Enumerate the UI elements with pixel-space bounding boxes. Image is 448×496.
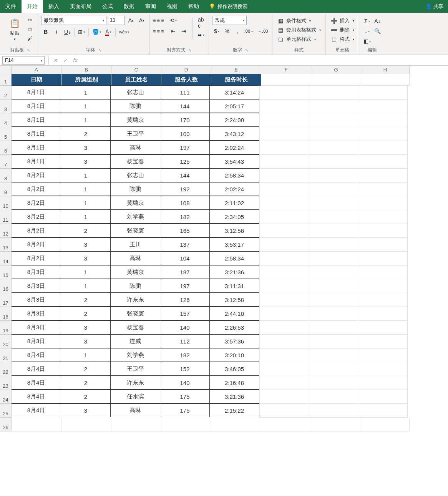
- cell[interactable]: [309, 86, 359, 100]
- cell[interactable]: [309, 252, 359, 265]
- cell-styles-button[interactable]: ▢单元格样式▾: [275, 35, 322, 43]
- cell[interactable]: [361, 74, 410, 86]
- cell[interactable]: [359, 127, 408, 141]
- tab-data[interactable]: 数据: [118, 0, 140, 13]
- cell[interactable]: 王卫平: [110, 362, 160, 376]
- cell[interactable]: [309, 238, 359, 252]
- cell[interactable]: 137: [160, 237, 210, 251]
- cell[interactable]: [309, 224, 359, 238]
- row-header[interactable]: 6: [0, 141, 12, 155]
- cell[interactable]: 8月4日: [11, 376, 61, 390]
- row-header[interactable]: 7: [0, 155, 12, 169]
- column-header[interactable]: G: [311, 66, 361, 74]
- cell[interactable]: [309, 335, 359, 348]
- accounting-format-button[interactable]: $▾: [212, 27, 221, 36]
- cell[interactable]: 高琳: [110, 403, 160, 417]
- cell[interactable]: 3: [61, 154, 111, 168]
- underline-button[interactable]: U▾: [63, 27, 72, 36]
- cell[interactable]: [261, 74, 311, 86]
- tab-file[interactable]: 文件: [0, 0, 22, 13]
- cell[interactable]: [211, 418, 261, 431]
- cell[interactable]: 1: [61, 99, 111, 113]
- align-bottom-button[interactable]: ≡: [161, 18, 164, 23]
- cell[interactable]: 8月3日: [11, 334, 61, 348]
- cell[interactable]: [359, 252, 408, 265]
- cell[interactable]: 8月1日: [11, 127, 61, 141]
- cell[interactable]: [359, 348, 408, 362]
- cell[interactable]: [359, 265, 408, 279]
- percent-button[interactable]: %: [222, 27, 232, 36]
- cell[interactable]: [359, 238, 408, 252]
- number-format-combo[interactable]: 常规 ▾: [212, 16, 247, 25]
- cell[interactable]: 2:34:05: [209, 210, 259, 224]
- cell[interactable]: 108: [160, 196, 210, 210]
- cell[interactable]: 连威: [110, 334, 160, 348]
- cell[interactable]: 张晓寰: [110, 224, 160, 237]
- cell[interactable]: 1: [61, 168, 111, 182]
- cell[interactable]: 3:57:36: [209, 334, 259, 348]
- cell[interactable]: 王川: [110, 237, 160, 251]
- cell[interactable]: [309, 127, 359, 141]
- align-top-button[interactable]: ≡: [153, 18, 156, 23]
- cell[interactable]: [111, 418, 161, 431]
- cell[interactable]: 3:43:12: [209, 127, 259, 141]
- cell[interactable]: 170: [160, 113, 210, 127]
- cell[interactable]: 182: [160, 348, 210, 362]
- wrap-text-button[interactable]: abc: [196, 17, 206, 28]
- cell[interactable]: 8月2日: [11, 224, 61, 237]
- cell[interactable]: [359, 155, 408, 169]
- cell[interactable]: 高琳: [110, 251, 160, 265]
- cell[interactable]: 8月3日: [11, 279, 61, 293]
- dialog-launcher-icon[interactable]: ⤡: [245, 48, 248, 52]
- cell[interactable]: [359, 169, 408, 182]
- cell[interactable]: [309, 155, 359, 169]
- cell[interactable]: 张志山: [110, 85, 160, 99]
- cell[interactable]: 2:05:17: [209, 99, 259, 113]
- cell[interactable]: 8月1日: [11, 85, 61, 99]
- dialog-launcher-icon[interactable]: ⤡: [98, 48, 101, 52]
- cell[interactable]: 100: [160, 127, 210, 141]
- cell[interactable]: 3:21:36: [209, 265, 259, 279]
- cell[interactable]: 3:12:58: [209, 224, 259, 237]
- cell[interactable]: 3: [61, 334, 111, 348]
- cell[interactable]: 1: [61, 348, 111, 362]
- cell[interactable]: 8月3日: [11, 307, 61, 320]
- cell[interactable]: 陈鹏: [110, 279, 160, 293]
- column-header[interactable]: D: [161, 66, 211, 74]
- cell[interactable]: 2: [61, 127, 111, 141]
- cell[interactable]: 8月3日: [11, 265, 61, 279]
- cell[interactable]: [309, 279, 359, 293]
- cell[interactable]: [259, 293, 309, 307]
- cell[interactable]: [359, 224, 408, 238]
- cell[interactable]: 许东东: [110, 293, 160, 307]
- cell[interactable]: [359, 335, 408, 348]
- cell[interactable]: 3: [61, 320, 111, 334]
- cell[interactable]: [259, 376, 309, 390]
- cell[interactable]: 126: [160, 293, 210, 307]
- tab-help[interactable]: 帮助: [183, 0, 204, 13]
- cell[interactable]: 张晓寰: [110, 307, 160, 320]
- cancel-formula-button[interactable]: ✕: [50, 56, 60, 65]
- cell[interactable]: 2:11:02: [209, 196, 259, 210]
- cell[interactable]: 175: [160, 403, 210, 417]
- conditional-formatting-button[interactable]: ▦条件格式▾: [275, 17, 322, 25]
- row-header[interactable]: 1: [0, 74, 12, 86]
- cell[interactable]: 2:02:24: [209, 141, 259, 154]
- cell[interactable]: [359, 182, 408, 196]
- font-name-combo[interactable]: 微软雅黑 ▾: [41, 16, 106, 25]
- cell[interactable]: 王卫平: [110, 127, 160, 141]
- cell[interactable]: 1: [61, 113, 111, 127]
- dialog-launcher-icon[interactable]: ⤡: [27, 48, 30, 52]
- delete-cells-button[interactable]: ➖删除▾: [329, 26, 356, 34]
- cell[interactable]: [309, 100, 359, 113]
- cell[interactable]: [361, 418, 410, 431]
- cell[interactable]: [309, 376, 359, 390]
- cell[interactable]: 192: [160, 182, 210, 196]
- sort-filter-button[interactable]: A↓: [373, 17, 382, 26]
- cell[interactable]: 2: [61, 390, 111, 403]
- cell[interactable]: 8月3日: [11, 320, 61, 334]
- cell[interactable]: [259, 155, 309, 169]
- font-size-combo[interactable]: 11: [108, 16, 125, 25]
- row-header[interactable]: 17: [0, 293, 12, 307]
- cell[interactable]: [359, 390, 408, 404]
